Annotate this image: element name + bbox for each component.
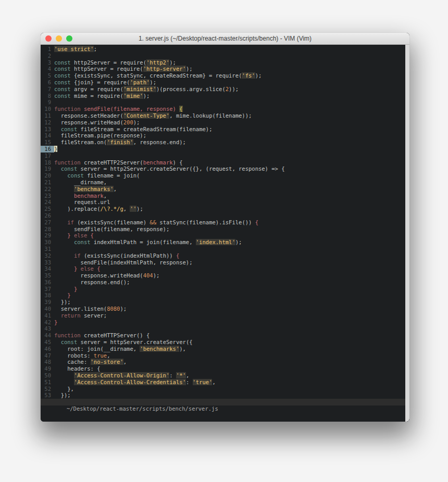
code-token: )(process.argv.slice( xyxy=(156,86,226,92)
line-number: 13 xyxy=(41,126,54,133)
code-line: 17 xyxy=(41,153,405,159)
vim-editor[interactable]: 1'use strict';23const http2Server = requ… xyxy=(41,45,409,422)
code-token: 'benchmarks' xyxy=(140,346,179,352)
code-line: 43 xyxy=(41,325,405,332)
app-background: { "window": { "title": "1. server.js (~/… xyxy=(0,0,448,482)
code-token: ); xyxy=(143,93,150,99)
code-token: } xyxy=(67,292,70,298)
code-token: { xyxy=(176,252,179,259)
code-token: ); xyxy=(255,72,262,79)
code-token: 'path' xyxy=(130,79,150,85)
code-token: true xyxy=(94,352,107,359)
code-token xyxy=(54,292,67,298)
code-token: , response.end); xyxy=(133,139,186,145)
code-token: 'minimist' xyxy=(123,86,156,92)
line-number: 3 xyxy=(41,59,54,66)
code-token: sendFile(filename, response); xyxy=(54,226,169,232)
code-line: 34 } else { xyxy=(41,265,405,272)
code-token: const xyxy=(54,93,71,99)
line-number: 53 xyxy=(41,392,54,399)
zoom-button[interactable] xyxy=(66,35,72,42)
code-line: 15 fileStream.on('finish', response.end)… xyxy=(41,139,405,146)
code-token: createHTTP2Server( xyxy=(81,159,143,166)
line-number: 39 xyxy=(41,299,54,306)
line-number: 21 xyxy=(41,179,54,186)
code-token: server = httpServer.createServer({ xyxy=(77,339,192,345)
code-token xyxy=(54,312,61,319)
code-line: 7const argv = require('minimist')(proces… xyxy=(41,86,405,93)
close-button[interactable] xyxy=(45,35,52,42)
line-number: 5 xyxy=(41,72,54,79)
line-number: 48 xyxy=(41,359,54,365)
code-token: { xyxy=(255,219,258,225)
code-token xyxy=(54,372,74,378)
code-token: server.listen( xyxy=(54,306,107,312)
line-number: 22 xyxy=(41,186,54,193)
code-line: 47 robots: true, xyxy=(41,352,405,359)
code-line: 23 benchmark, xyxy=(41,193,405,199)
code-token: ); xyxy=(186,66,193,72)
code-token: 'fs' xyxy=(242,72,255,79)
line-number: 15 xyxy=(41,139,54,146)
code-line: 27 if (existsSync(filename) && statSync(… xyxy=(41,219,405,226)
line-number: 31 xyxy=(41,246,54,252)
code-line: 6const {join} = require('path'); xyxy=(41,79,405,86)
code-line: 8const mime = require('mime'); xyxy=(41,93,405,99)
code-token: const xyxy=(54,66,71,72)
code-token xyxy=(54,219,67,225)
code-token: const xyxy=(54,79,71,85)
code-token xyxy=(54,265,74,272)
terminal-window: 1. server.js (~/Desktop/react-master/scr… xyxy=(41,33,409,422)
code-line: 51 'Access-Control-Allow-Credentials': '… xyxy=(41,379,405,386)
code-token xyxy=(54,232,67,238)
code-token xyxy=(54,186,74,192)
code-token: __dirname, xyxy=(54,179,107,185)
code-token xyxy=(54,252,74,259)
code-token: 'Content-Type' xyxy=(123,112,170,119)
code-line: 3const http2Server = require('http2'); xyxy=(41,59,405,66)
code-token: http2Server = require( xyxy=(71,59,146,66)
code-token xyxy=(54,166,61,172)
code-token: ) { xyxy=(173,159,183,166)
vim-statusline: ~/Desktop/react-master/scripts/bench/ser… xyxy=(41,399,405,405)
code-token: 'Access-Control-Allow-Origin' xyxy=(74,372,169,378)
cursor-line-number: 16 xyxy=(41,146,54,153)
titlebar[interactable]: 1. server.js (~/Desktop/react-master/scr… xyxy=(41,33,409,45)
code-token: } xyxy=(54,319,57,325)
scrollbar-track[interactable] xyxy=(405,45,409,422)
code-token: '*' xyxy=(176,372,186,378)
line-number: 29 xyxy=(41,232,54,239)
code-line: 24 request.url xyxy=(41,199,405,206)
code-line: 29 } else { xyxy=(41,232,405,239)
traffic-lights xyxy=(45,35,72,42)
code-token: 'http-server' xyxy=(143,66,186,72)
code-token: {existsSync, statSync, createReadStream}… xyxy=(71,72,242,79)
line-number: 34 xyxy=(41,265,54,272)
code-token: , xyxy=(107,352,110,359)
code-line: 10function sendFile(filename, response) … xyxy=(41,106,405,112)
code-token xyxy=(54,193,74,199)
line-number: 27 xyxy=(41,219,54,226)
code-line: 18function createHTTP2Server(benchmark) … xyxy=(41,159,405,166)
line-number: 10 xyxy=(41,106,54,112)
code-token: 'mime' xyxy=(123,93,143,99)
line-number: 38 xyxy=(41,292,54,299)
cursor-block: } xyxy=(54,146,57,152)
code-token: httpServer = require( xyxy=(71,66,143,72)
code-token: benchmark xyxy=(143,159,173,166)
code-token: 'no-store' xyxy=(91,359,123,365)
code-line: 45 const server = httpServer.createServe… xyxy=(41,339,405,346)
code-line: 2 xyxy=(41,53,405,59)
code-token: , xyxy=(114,186,117,192)
line-number: 36 xyxy=(41,279,54,286)
code-token: (existsSync(filename) xyxy=(74,219,150,225)
code-token: ); xyxy=(235,239,242,245)
code-token: }); xyxy=(54,392,71,398)
code-token: sendFile(filename, response) xyxy=(81,106,176,112)
line-number: 4 xyxy=(41,66,54,72)
minimize-button[interactable] xyxy=(56,35,62,42)
code-token: function xyxy=(54,106,81,112)
code-token: (existsSync(indexHtmlPath)) xyxy=(81,252,176,259)
code-line: 53 }); xyxy=(41,392,405,399)
code-line: 9 xyxy=(41,99,405,106)
